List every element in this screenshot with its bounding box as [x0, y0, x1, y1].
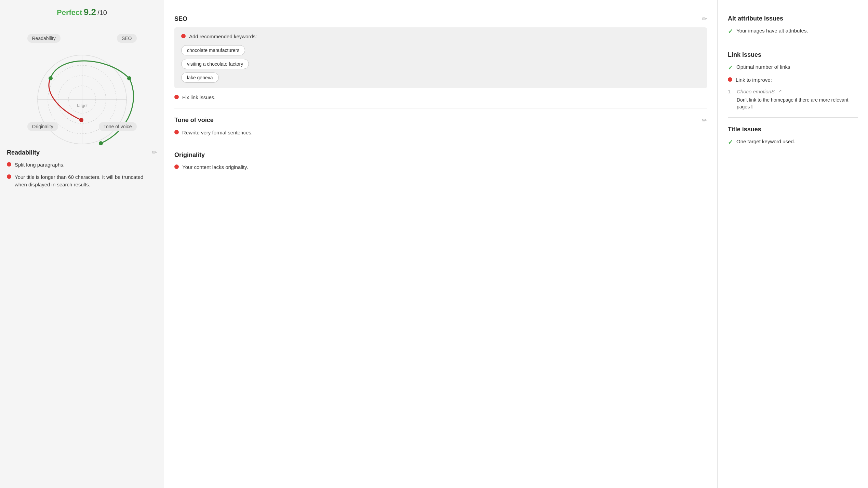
title-issues-header: Title issues — [728, 126, 858, 133]
score-header: Perfect 9.2 /10 — [7, 7, 157, 17]
svg-point-9 — [99, 141, 103, 145]
divider-right-1 — [728, 43, 858, 43]
keywords-label: Add recommended keywords: — [189, 33, 257, 40]
divider-2 — [174, 143, 707, 143]
issue-dot-red — [7, 162, 11, 167]
title-keyword-check: ✓ One target keyword used. — [728, 138, 858, 147]
link-issues-title: Link issues — [728, 51, 761, 58]
radar-chart-container: Readability SEO — [24, 24, 140, 141]
link-external-icon[interactable]: ↗ — [778, 89, 782, 94]
score-label: Perfect — [57, 8, 82, 17]
title-issues-section: Title issues ✓ One target keyword used. — [728, 126, 858, 147]
link-improve-dot — [728, 77, 732, 82]
tone-section: Tone of voice ✏ Rewrite very formal sent… — [174, 117, 707, 136]
seo-section: SEO ✏ Add recommended keywords: chocolat… — [174, 15, 707, 101]
alt-attribute-check-text: Your images have alt attributes. — [736, 27, 808, 35]
keyword-chip-1[interactable]: chocolate manufacturers — [181, 45, 245, 55]
link-improve-issue: Link to improve: — [728, 76, 858, 84]
seo-title: SEO — [174, 15, 187, 23]
divider-1 — [174, 108, 707, 108]
score-max: /10 — [97, 9, 107, 16]
link-number-1: 1 — [728, 89, 733, 94]
radar-label-originality: Originality — [27, 122, 58, 131]
link-item-1: 1 Choco emotionS ↗ — [728, 89, 858, 94]
link-name-1[interactable]: Choco emotionS — [737, 89, 775, 94]
seo-header: SEO ✏ — [174, 15, 707, 23]
tone-issue-text: Rewrite very formal sentences. — [182, 129, 253, 136]
readability-edit-icon[interactable]: ✏ — [152, 149, 157, 156]
keyword-chip-3[interactable]: lake geneva — [181, 72, 219, 83]
left-panel: Perfect 9.2 /10 Readability SEO — [0, 0, 164, 488]
seo-edit-icon[interactable]: ✏ — [702, 15, 707, 23]
radar-label-tone: Tone of voice — [99, 122, 137, 131]
score-value: 9.2 — [84, 7, 96, 17]
keywords-issue: Add recommended keywords: — [181, 33, 700, 40]
originality-section: Originality Your content lacks originali… — [174, 151, 707, 171]
originality-issue-1: Your content lacks originality. — [174, 163, 707, 171]
svg-point-10 — [79, 118, 83, 122]
readability-issue-text-1: Split long paragraphs. — [15, 161, 65, 169]
originality-title: Originality — [174, 151, 205, 159]
radar-svg — [24, 41, 140, 158]
svg-point-7 — [49, 76, 53, 80]
title-keyword-text: One target keyword used. — [736, 138, 795, 145]
divider-right-2 — [728, 117, 858, 118]
seo-link-issue: Fix link issues. — [174, 94, 707, 101]
keywords-dot — [181, 34, 186, 38]
readability-issue-text-2: Your title is longer than 60 characters.… — [15, 173, 157, 188]
link-desc-1: Don't link to the homepage if there are … — [737, 96, 858, 110]
tone-issue-1: Rewrite very formal sentences. — [174, 129, 707, 136]
link-detail: 1 Choco emotionS ↗ Don't link to the hom… — [728, 89, 858, 110]
alt-attribute-title: Alt attribute issues — [728, 15, 783, 22]
checkmark-icon-3: ✓ — [728, 138, 733, 147]
info-icon[interactable]: ℹ — [751, 104, 753, 109]
originality-header: Originality — [174, 151, 707, 159]
middle-panel: SEO ✏ Add recommended keywords: chocolat… — [164, 0, 718, 488]
readability-issue-1: Split long paragraphs. — [7, 161, 157, 169]
svg-point-8 — [127, 76, 131, 80]
checkmark-icon-1: ✓ — [728, 27, 733, 36]
keyword-chip-2[interactable]: visiting a chocolate factory — [181, 59, 249, 69]
radar-target-label: Target — [76, 103, 88, 108]
issue-dot-red-2 — [7, 174, 11, 179]
readability-issue-2: Your title is longer than 60 characters.… — [7, 173, 157, 188]
tone-edit-icon[interactable]: ✏ — [702, 117, 707, 124]
checkmark-icon-2: ✓ — [728, 63, 733, 72]
alt-attribute-check-1: ✓ Your images have alt attributes. — [728, 27, 858, 36]
alt-attribute-section: Alt attribute issues ✓ Your images have … — [728, 15, 858, 36]
originality-dot — [174, 164, 179, 169]
title-issues-title: Title issues — [728, 126, 761, 133]
tone-title: Tone of voice — [174, 117, 214, 124]
link-optimal-text: Optimal number of links — [736, 63, 790, 71]
tone-dot — [174, 130, 179, 134]
seo-link-dot — [174, 95, 179, 99]
seo-link-text: Fix link issues. — [182, 94, 216, 101]
alt-attribute-header: Alt attribute issues — [728, 15, 858, 22]
originality-issue-text: Your content lacks originality. — [182, 163, 248, 171]
keywords-box: Add recommended keywords: chocolate manu… — [174, 27, 707, 88]
link-improve-text: Link to improve: — [736, 76, 772, 84]
link-issues-section: Link issues ✓ Optimal number of links Li… — [728, 51, 858, 110]
tone-header: Tone of voice ✏ — [174, 117, 707, 124]
link-optimal-check: ✓ Optimal number of links — [728, 63, 858, 72]
keyword-chips: chocolate manufacturers visiting a choco… — [181, 45, 700, 83]
right-panel: Alt attribute issues ✓ Your images have … — [718, 0, 868, 488]
link-issues-header: Link issues — [728, 51, 858, 58]
